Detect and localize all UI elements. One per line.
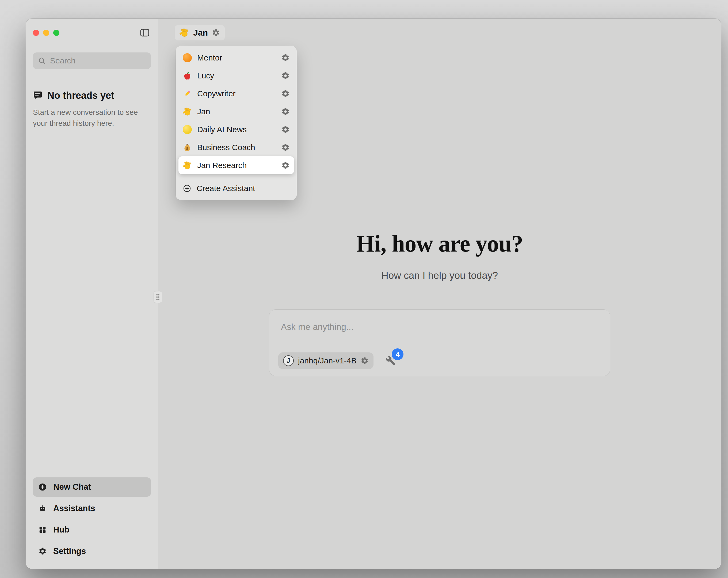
- sidebar-item-assistants[interactable]: Assistants: [33, 499, 151, 518]
- greeting-block: Hi, how are you? How can I help you toda…: [158, 230, 721, 281]
- assistant-menu-item-mentor[interactable]: Mentor: [179, 49, 294, 67]
- assistant-settings-icon[interactable]: [281, 90, 290, 98]
- menu-item-label: Daily AI News: [197, 125, 247, 134]
- tools-button[interactable]: 4: [385, 355, 396, 367]
- assistant-menu-item-lucy[interactable]: Lucy: [179, 67, 294, 84]
- composer-toolbar: J janhq/Jan-v1-4B 4: [278, 352, 396, 369]
- menu-item-label: Copywriter: [197, 89, 235, 98]
- nav-item-label: Assistants: [53, 504, 95, 513]
- window-controls: [33, 30, 59, 36]
- hub-icon: [38, 526, 47, 534]
- assistant-menu-item-jan[interactable]: Jan: [179, 102, 294, 120]
- sidebar-item-settings[interactable]: Settings: [33, 542, 151, 561]
- sidebar-panel-icon: [140, 28, 150, 38]
- search-icon: [38, 56, 46, 65]
- assistant-menu-item-business-coach[interactable]: Business Coach: [179, 139, 294, 156]
- assistant-menu: Mentor Lucy Copywriter Jan Daily AI News: [176, 46, 297, 200]
- sidebar-resize-handle[interactable]: [154, 291, 162, 303]
- assistants-icon: [38, 504, 47, 513]
- menu-item-label: Lucy: [197, 71, 214, 80]
- nav-item-label: Settings: [53, 547, 86, 556]
- menu-item-label: Jan: [197, 107, 210, 116]
- assistant-settings-icon[interactable]: [281, 125, 290, 134]
- empty-state: No threads yet Start a new conversation …: [33, 90, 151, 129]
- empty-state-description: Start a new conversation to see your thr…: [33, 107, 151, 129]
- assistant-menu-item-copywriter[interactable]: Copywriter: [179, 84, 294, 102]
- empty-state-title: No threads yet: [47, 90, 114, 101]
- assistant-menu-item-jan-research[interactable]: Jan Research: [179, 156, 294, 174]
- thread-bubble-icon: [33, 91, 43, 100]
- model-selector[interactable]: J janhq/Jan-v1-4B: [278, 352, 373, 369]
- model-avatar: J: [283, 355, 294, 366]
- waving-hand-icon: [180, 28, 189, 37]
- yellow-circle-icon: [183, 125, 192, 134]
- assistant-selector[interactable]: Jan: [175, 25, 225, 41]
- sidebar-item-hub[interactable]: Hub: [33, 520, 151, 539]
- search-input[interactable]: [50, 56, 146, 65]
- menu-item-label: Business Coach: [197, 143, 255, 152]
- assistant-settings-icon[interactable]: [281, 71, 290, 80]
- waving-hand-icon: [183, 161, 192, 170]
- grip-dots-icon: [155, 293, 160, 301]
- main-header: Jan: [158, 19, 721, 47]
- main-area: Jan Mentor Lucy Copywriter: [158, 19, 721, 569]
- search-box[interactable]: [33, 52, 151, 69]
- orange-circle-icon: [183, 53, 192, 62]
- zoom-window-button[interactable]: [53, 30, 59, 36]
- assistant-settings-icon[interactable]: [212, 29, 220, 37]
- app-window: No threads yet Start a new conversation …: [26, 19, 721, 569]
- menu-item-label: Mentor: [197, 53, 222, 62]
- sidebar: No threads yet Start a new conversation …: [26, 19, 158, 569]
- model-settings-icon[interactable]: [361, 357, 369, 365]
- titlebar: [33, 19, 151, 47]
- assistant-settings-icon[interactable]: [281, 161, 290, 170]
- settings-icon: [38, 547, 47, 555]
- assistant-settings-icon[interactable]: [281, 143, 290, 152]
- toggle-sidebar-button[interactable]: [138, 27, 151, 38]
- pencil-icon: [183, 89, 192, 98]
- money-bag-icon: [183, 143, 192, 152]
- tools-count-badge: 4: [392, 348, 404, 360]
- plus-circle-icon: [183, 184, 191, 193]
- create-assistant-button[interactable]: Create Assistant: [179, 179, 294, 197]
- menu-divider: [179, 177, 293, 177]
- assistant-settings-icon[interactable]: [281, 107, 290, 116]
- greeting-title: Hi, how are you?: [158, 230, 721, 257]
- nav-item-label: Hub: [53, 525, 69, 535]
- menu-item-label: Jan Research: [197, 161, 247, 170]
- message-input[interactable]: Ask me anything...: [281, 322, 598, 332]
- greeting-subtitle: How can I help you today?: [158, 270, 721, 281]
- create-assistant-label: Create Assistant: [197, 184, 255, 193]
- sidebar-nav: New Chat Assistants Hub Settings: [33, 477, 151, 561]
- close-window-button[interactable]: [33, 30, 39, 36]
- waving-hand-icon: [183, 107, 192, 116]
- assistant-menu-item-daily-ai-news[interactable]: Daily AI News: [179, 120, 294, 139]
- current-assistant-name: Jan: [193, 28, 208, 38]
- apple-icon: [183, 71, 192, 80]
- model-name: janhq/Jan-v1-4B: [298, 356, 356, 365]
- new-chat-icon: [38, 483, 47, 491]
- chat-input-card[interactable]: Ask me anything... J janhq/Jan-v1-4B 4: [269, 309, 610, 376]
- sidebar-item-new-chat[interactable]: New Chat: [33, 477, 151, 497]
- assistant-settings-icon[interactable]: [281, 53, 290, 62]
- minimize-window-button[interactable]: [43, 30, 49, 36]
- nav-item-label: New Chat: [53, 482, 91, 492]
